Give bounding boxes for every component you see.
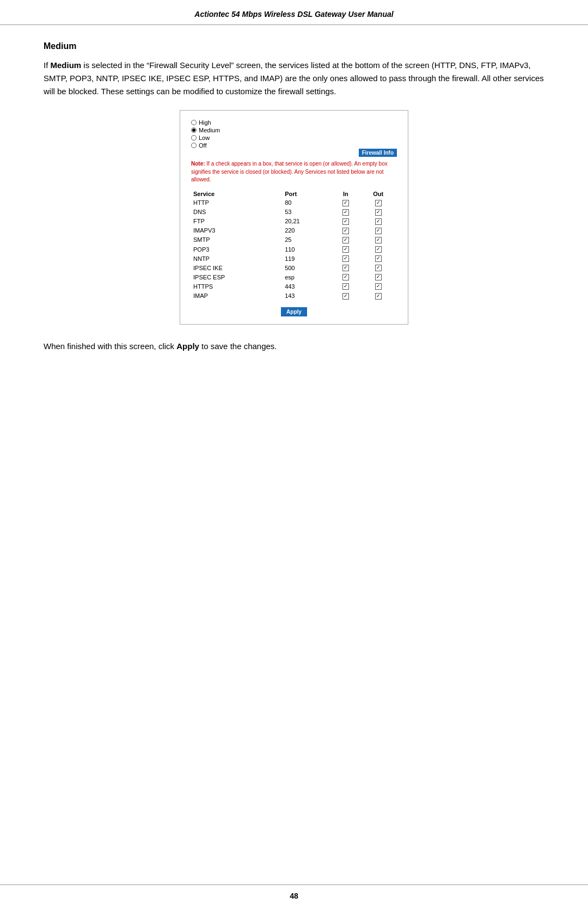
in-cell: [332, 263, 360, 272]
in-checkbox-checked: [342, 274, 349, 280]
in-checkbox-checked: [342, 265, 349, 271]
table-row: NNTP119: [191, 254, 397, 263]
page-container: Actiontec 54 Mbps Wireless DSL Gateway U…: [0, 0, 588, 909]
in-cell: [332, 235, 360, 245]
out-checkbox-checked: [375, 293, 382, 300]
port-cell: esp: [283, 272, 332, 282]
port-cell: 25: [283, 235, 332, 245]
port-cell: 443: [283, 282, 332, 291]
radio-low-row: Low: [191, 135, 397, 141]
in-checkbox-checked: [342, 218, 349, 225]
in-cell: [332, 254, 360, 263]
radio-high-row: High: [191, 119, 397, 126]
out-cell: [359, 198, 397, 208]
in-checkbox-checked: [342, 237, 349, 243]
table-row: IMAP143: [191, 291, 397, 300]
service-cell: IPSEC ESP: [191, 272, 283, 282]
service-cell: FTP: [191, 217, 283, 226]
in-cell: [332, 208, 360, 217]
page-footer: 48: [0, 884, 588, 909]
page-number: 48: [290, 892, 298, 900]
header-title-text: Actiontec 54 Mbps Wireless DSL Gateway U…: [194, 10, 393, 19]
radio-off-label: Off: [199, 142, 206, 149]
in-checkbox-checked: [342, 255, 349, 262]
service-cell: IMAPV3: [191, 226, 283, 235]
table-row: FTP20,21: [191, 217, 397, 226]
out-checkbox-checked: [375, 209, 382, 216]
closing-paragraph: When finished with this screen, click Ap…: [44, 340, 544, 353]
service-cell: DNS: [191, 208, 283, 217]
service-cell: IMAP: [191, 291, 283, 300]
out-checkbox-checked: [375, 265, 382, 271]
out-checkbox-checked: [375, 274, 382, 280]
radio-medium-row: Medium: [191, 127, 397, 133]
out-checkbox-checked: [375, 283, 382, 290]
apply-bold: Apply: [176, 341, 199, 351]
note-label: Note:: [191, 161, 205, 167]
services-table: Service Port In Out HTTP80DNS53FTP20,21I…: [191, 190, 397, 301]
out-checkbox-checked: [375, 246, 382, 253]
in-checkbox-checked: [342, 293, 349, 300]
out-cell: [359, 226, 397, 235]
table-header-row: Service Port In Out: [191, 190, 397, 198]
radio-low-label: Low: [199, 135, 210, 141]
table-row: IMAPV3220: [191, 226, 397, 235]
radio-medium-icon: [191, 127, 197, 133]
in-cell: [332, 198, 360, 208]
header-title: Actiontec 54 Mbps Wireless DSL Gateway U…: [194, 10, 393, 19]
radio-high-label: High: [199, 119, 211, 126]
port-cell: 110: [283, 245, 332, 254]
in-cell: [332, 282, 360, 291]
out-checkbox-checked: [375, 200, 382, 206]
table-row: HTTPS443: [191, 282, 397, 291]
service-cell: POP3: [191, 245, 283, 254]
service-cell: HTTP: [191, 198, 283, 208]
in-checkbox-checked: [342, 246, 349, 253]
out-cell: [359, 272, 397, 282]
apply-button[interactable]: Apply: [281, 307, 307, 316]
page-header: Actiontec 54 Mbps Wireless DSL Gateway U…: [0, 0, 588, 25]
screenshot-box: High Medium Low Off Firewall Info: [180, 110, 408, 325]
table-row: POP3110: [191, 245, 397, 254]
out-cell: [359, 282, 397, 291]
intro-paragraph: If Medium is selected in the “Firewall S…: [44, 59, 544, 98]
bold-medium: Medium: [51, 60, 82, 70]
service-cell: IPSEC IKE: [191, 263, 283, 272]
radio-off-icon: [191, 143, 197, 148]
out-checkbox-checked: [375, 228, 382, 234]
out-cell: [359, 235, 397, 245]
port-cell: 119: [283, 254, 332, 263]
in-cell: [332, 291, 360, 300]
service-cell: HTTPS: [191, 282, 283, 291]
note-text: If a check appears in a box, that servic…: [191, 161, 388, 182]
radio-group: High Medium Low Off: [191, 119, 397, 149]
out-cell: [359, 291, 397, 300]
note-box: Note: If a check appears in a box, that …: [191, 160, 397, 184]
table-row: SMTP25: [191, 235, 397, 245]
service-cell: SMTP: [191, 235, 283, 245]
port-cell: 500: [283, 263, 332, 272]
col-header-service: Service: [191, 190, 283, 198]
out-cell: [359, 217, 397, 226]
service-cell: NNTP: [191, 254, 283, 263]
table-row: IPSEC ESPesp: [191, 272, 397, 282]
in-cell: [332, 226, 360, 235]
in-checkbox-checked: [342, 228, 349, 234]
table-row: IPSEC IKE500: [191, 263, 397, 272]
port-cell: 80: [283, 198, 332, 208]
port-cell: 143: [283, 291, 332, 300]
radio-off-row: Off: [191, 142, 397, 149]
out-cell: [359, 208, 397, 217]
apply-row: Apply: [191, 307, 397, 316]
out-cell: [359, 245, 397, 254]
firewall-info-button[interactable]: Firewall Info: [359, 149, 397, 157]
out-checkbox-checked: [375, 255, 382, 262]
section-heading: Medium: [44, 41, 544, 51]
out-checkbox-checked: [375, 237, 382, 243]
port-cell: 53: [283, 208, 332, 217]
in-checkbox-checked: [342, 209, 349, 216]
col-header-out: Out: [359, 190, 397, 198]
out-cell: [359, 254, 397, 263]
col-header-in: In: [332, 190, 360, 198]
radio-medium-label: Medium: [199, 127, 220, 133]
